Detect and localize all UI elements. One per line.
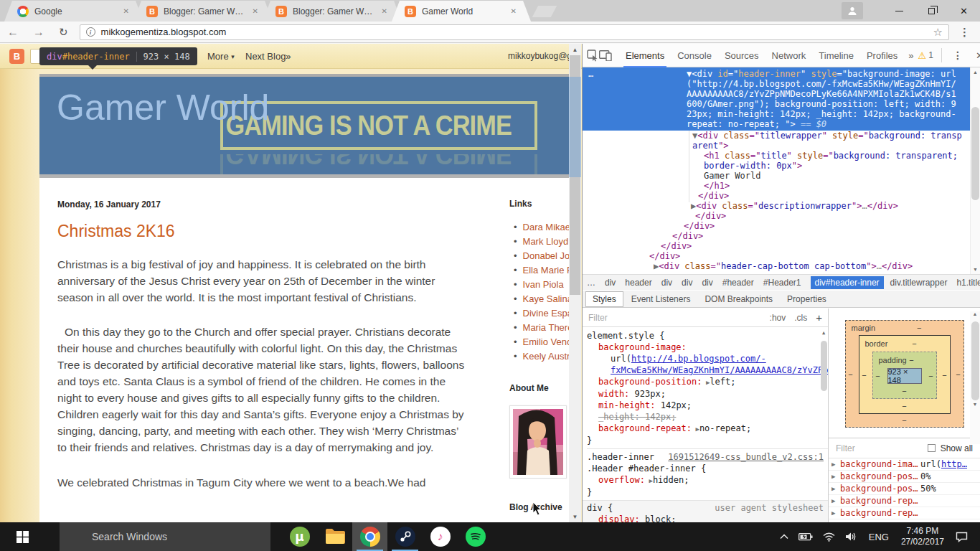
tray-chevron-up-icon[interactable] (780, 534, 788, 540)
box-model-content[interactable]: 923 × 148 (887, 368, 922, 384)
expand-triangle-icon[interactable]: ▶ (831, 497, 835, 504)
reload-button[interactable]: ↻ (52, 26, 75, 39)
bookmark-star-icon[interactable]: ☆ (933, 26, 943, 39)
computed-property-row[interactable]: ▶background-rep… (829, 495, 980, 507)
scroll-up-arrow-icon[interactable]: ▲ (569, 44, 581, 55)
devtools-tab-profiles[interactable]: Profiles (860, 44, 904, 67)
css-property[interactable]: display: (598, 514, 640, 522)
warning-icon[interactable]: ⚠ (918, 50, 927, 61)
post-title[interactable]: Christmas 2K16 (57, 222, 569, 241)
dom-tree-node[interactable]: Gamer World (583, 171, 970, 181)
taskbar-search-input[interactable]: Search Windows (60, 522, 270, 551)
dom-tree-node[interactable]: </div> (583, 191, 970, 201)
breadcrumb-item[interactable]: div (605, 278, 616, 288)
dom-tree-node[interactable]: </div> (583, 211, 970, 221)
styles-filter-input[interactable]: Filter (588, 312, 761, 324)
class-toggle[interactable]: .cls (794, 312, 807, 324)
tab-close-icon[interactable]: ✕ (123, 7, 129, 15)
action-center-icon[interactable] (956, 532, 968, 542)
css-selector[interactable]: .header-inner (587, 451, 654, 463)
expand-triangle-icon[interactable]: ▶ (831, 485, 835, 492)
browser-tab[interactable]: BGamer World✕ (392, 1, 531, 22)
computed-property-row[interactable]: ▶background-pos…0% (829, 471, 980, 483)
breadcrumb-item[interactable]: div (682, 278, 692, 288)
forward-button[interactable]: → (26, 26, 52, 39)
metrics-scrollbar[interactable]: ▲ ▼ (970, 311, 980, 444)
devtools-tab-console[interactable]: Console (671, 44, 718, 67)
page-scrollbar[interactable]: ▲ ▼ (569, 44, 581, 522)
new-style-rule-icon[interactable]: + (816, 312, 822, 324)
file-explorer-taskbar-icon[interactable] (317, 522, 352, 551)
css-property[interactable]: background-repeat: (598, 423, 692, 433)
tab-close-icon[interactable]: ✕ (253, 7, 258, 15)
expand-triangle-icon[interactable]: ▶ (645, 477, 653, 484)
dom-tree-node[interactable]: </div> (583, 241, 970, 251)
account-email[interactable]: mikkoybukog@g (508, 51, 572, 61)
scroll-up-arrow-icon[interactable]: ▲ (971, 67, 980, 77)
steam-taskbar-icon[interactable] (387, 522, 423, 551)
breadcrumb-item[interactable]: div (702, 278, 712, 288)
dom-selected-node[interactable]: … ▼<div id="header-inner" style="backgro… (583, 67, 970, 131)
scrollbar-thumb[interactable] (971, 107, 979, 200)
css-property[interactable]: background-image: (598, 342, 687, 352)
value-link[interactable]: http… (941, 459, 967, 469)
expand-triangle-icon[interactable]: ▶ (831, 473, 835, 480)
expand-triangle-icon[interactable]: ▶ (692, 425, 699, 433)
styles-scrollbar[interactable]: ▲ (819, 327, 828, 413)
panel-tab-dom-breakpoints[interactable]: DOM Breakpoints (698, 292, 779, 306)
panel-tab-properties[interactable]: Properties (781, 292, 833, 306)
sidebar-link[interactable]: Mark Lloyd A (514, 235, 569, 249)
computed-property-row[interactable]: ▶background-ima…url(http… (829, 458, 980, 471)
next-blog-link[interactable]: Next Blog» (245, 51, 291, 62)
sidebar-link[interactable]: Keely Austri (514, 349, 569, 364)
language-indicator[interactable]: ENG (869, 532, 889, 542)
breadcrumb-item[interactable]: div#header-inner (811, 276, 884, 289)
dom-tree-node[interactable]: </h1> (583, 181, 970, 191)
sidebar-link[interactable]: Emilio Vencl (514, 335, 569, 349)
breadcrumb-item[interactable]: h1.title (956, 278, 980, 288)
scroll-down-arrow-icon[interactable]: ▼ (569, 511, 581, 522)
breadcrumb-item[interactable]: … (587, 278, 595, 288)
invalid-css-declaration[interactable]: _height: 142px; (598, 412, 676, 422)
dom-tree-node[interactable]: </div> (583, 251, 970, 261)
box-model-margin[interactable]: margin− − border− − padding− (845, 320, 964, 428)
navbar-more-menu[interactable]: More ▾ (207, 51, 235, 62)
scroll-down-arrow-icon[interactable]: ▼ (971, 265, 980, 274)
css-property[interactable]: overflow: (598, 475, 645, 485)
devtools-tab-sources[interactable]: Sources (718, 44, 765, 67)
browser-tab[interactable]: Google✕ (4, 1, 143, 22)
scrollbar-thumb[interactable] (821, 341, 827, 391)
dom-tree-node[interactable]: </div> (583, 221, 970, 231)
computed-property-row[interactable]: ▶background-pos…50% (829, 483, 980, 495)
devtools-tab-network[interactable]: Network (765, 44, 813, 67)
css-property[interactable]: min-height: (598, 400, 655, 410)
start-button[interactable] (0, 522, 44, 551)
inspect-element-icon[interactable] (587, 47, 599, 64)
dom-tree-node[interactable]: ▶<div class="descriptionwrapper">…</div> (583, 201, 970, 211)
warning-count[interactable]: 1 (928, 50, 933, 60)
sidebar-link[interactable]: Maria There (514, 321, 569, 335)
breadcrumb-item[interactable]: div.titlewrapper (890, 278, 948, 288)
chrome-taskbar-icon[interactable] (352, 522, 387, 551)
sidebar-link[interactable]: Ivan Piola (514, 278, 569, 292)
address-bar[interactable]: i mikkogementiza.blogspot.com ☆ (80, 24, 949, 40)
browser-menu-icon[interactable]: ⋮ (956, 26, 980, 39)
dom-tree-node[interactable]: ▶<div class="header-cap-bottom cap-botto… (583, 261, 970, 271)
stylesheet-source-link[interactable]: 1691512649-css_bundle_v2.css:1 (668, 451, 824, 463)
breadcrumb-item[interactable]: div (661, 278, 672, 288)
dom-tree-node[interactable]: </div> (583, 231, 970, 241)
new-tab-button[interactable] (532, 6, 557, 17)
computed-property-row[interactable]: ▶background-rep… (829, 507, 980, 519)
tab-close-icon[interactable]: ✕ (511, 7, 517, 15)
breadcrumb-item[interactable]: #Header1 (763, 278, 801, 288)
sidebar-link[interactable]: Kaye Salina (514, 292, 569, 306)
panel-tab-event-listeners[interactable]: Event Listeners (625, 292, 697, 306)
battery-charging-icon[interactable] (798, 532, 813, 541)
blog-title[interactable]: Gamer World (57, 87, 269, 128)
volume-icon[interactable] (845, 532, 857, 542)
expand-triangle-icon[interactable]: ▶ (702, 379, 710, 386)
scroll-down-arrow-icon[interactable]: ▼ (970, 402, 980, 410)
dom-tree-node[interactable]: <h1 class="title" style="background: tra… (583, 151, 970, 171)
more-tabs-chevron[interactable]: » (904, 50, 918, 61)
expand-triangle-icon[interactable]: ▶ (831, 461, 835, 468)
